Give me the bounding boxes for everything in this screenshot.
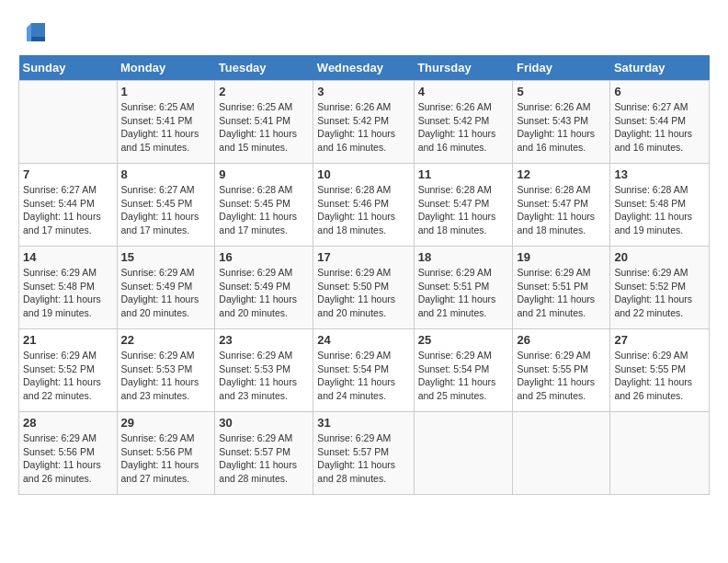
calendar-cell: 5Sunrise: 6:26 AM Sunset: 5:43 PM Daylig… bbox=[513, 81, 610, 164]
calendar-cell: 23Sunrise: 6:29 AM Sunset: 5:53 PM Dayli… bbox=[215, 329, 313, 412]
day-info: Sunrise: 6:28 AM Sunset: 5:47 PM Dayligh… bbox=[418, 183, 509, 237]
calendar-cell: 26Sunrise: 6:29 AM Sunset: 5:55 PM Dayli… bbox=[513, 329, 610, 412]
day-info: Sunrise: 6:26 AM Sunset: 5:43 PM Dayligh… bbox=[517, 100, 606, 155]
header-sunday: Sunday bbox=[19, 55, 118, 81]
day-info: Sunrise: 6:29 AM Sunset: 5:51 PM Dayligh… bbox=[418, 266, 509, 320]
day-number: 3 bbox=[317, 85, 409, 98]
logo-icon bbox=[22, 18, 50, 46]
day-number: 26 bbox=[517, 333, 606, 347]
header-saturday: Saturday bbox=[610, 55, 710, 81]
day-info: Sunrise: 6:27 AM Sunset: 5:44 PM Dayligh… bbox=[23, 183, 113, 237]
day-info: Sunrise: 6:29 AM Sunset: 5:52 PM Dayligh… bbox=[23, 349, 113, 403]
calendar-cell: 15Sunrise: 6:29 AM Sunset: 5:49 PM Dayli… bbox=[117, 247, 215, 329]
page-header bbox=[18, 18, 710, 46]
calendar-cell: 30Sunrise: 6:29 AM Sunset: 5:57 PM Dayli… bbox=[215, 412, 313, 495]
day-number: 5 bbox=[517, 85, 606, 98]
day-info: Sunrise: 6:29 AM Sunset: 5:51 PM Dayligh… bbox=[517, 266, 606, 320]
calendar-cell: 1Sunrise: 6:25 AM Sunset: 5:41 PM Daylig… bbox=[117, 81, 215, 164]
day-info: Sunrise: 6:26 AM Sunset: 5:42 PM Dayligh… bbox=[418, 100, 509, 155]
calendar-cell: 18Sunrise: 6:29 AM Sunset: 5:51 PM Dayli… bbox=[414, 247, 513, 329]
header-tuesday: Tuesday bbox=[215, 55, 313, 81]
calendar-cell: 21Sunrise: 6:29 AM Sunset: 5:52 PM Dayli… bbox=[19, 329, 118, 412]
day-info: Sunrise: 6:29 AM Sunset: 5:49 PM Dayligh… bbox=[219, 266, 309, 320]
day-info: Sunrise: 6:28 AM Sunset: 5:45 PM Dayligh… bbox=[219, 183, 309, 237]
calendar-cell: 14Sunrise: 6:29 AM Sunset: 5:48 PM Dayli… bbox=[19, 247, 118, 329]
calendar-cell bbox=[513, 412, 610, 495]
day-number: 20 bbox=[614, 250, 705, 264]
day-number: 22 bbox=[121, 333, 211, 347]
week-row-0: 1Sunrise: 6:25 AM Sunset: 5:41 PM Daylig… bbox=[19, 81, 710, 164]
day-number: 14 bbox=[23, 250, 113, 264]
day-info: Sunrise: 6:28 AM Sunset: 5:47 PM Dayligh… bbox=[517, 183, 606, 237]
day-info: Sunrise: 6:25 AM Sunset: 5:41 PM Dayligh… bbox=[121, 100, 211, 155]
day-number: 23 bbox=[219, 333, 309, 347]
day-info: Sunrise: 6:29 AM Sunset: 5:53 PM Dayligh… bbox=[219, 349, 309, 403]
calendar-cell: 7Sunrise: 6:27 AM Sunset: 5:44 PM Daylig… bbox=[19, 164, 118, 247]
calendar-cell bbox=[610, 412, 710, 495]
day-info: Sunrise: 6:29 AM Sunset: 5:56 PM Dayligh… bbox=[23, 431, 113, 486]
day-number: 29 bbox=[121, 416, 211, 430]
day-number: 2 bbox=[219, 85, 309, 98]
day-number: 1 bbox=[121, 85, 211, 98]
day-number: 6 bbox=[614, 85, 705, 98]
day-number: 15 bbox=[121, 250, 211, 264]
day-info: Sunrise: 6:29 AM Sunset: 5:57 PM Dayligh… bbox=[317, 431, 409, 486]
day-info: Sunrise: 6:25 AM Sunset: 5:41 PM Dayligh… bbox=[219, 100, 309, 155]
day-info: Sunrise: 6:27 AM Sunset: 5:44 PM Dayligh… bbox=[614, 100, 705, 155]
day-number: 4 bbox=[418, 85, 509, 98]
day-info: Sunrise: 6:29 AM Sunset: 5:57 PM Dayligh… bbox=[219, 431, 309, 486]
day-number: 17 bbox=[317, 250, 409, 264]
calendar-cell: 8Sunrise: 6:27 AM Sunset: 5:45 PM Daylig… bbox=[117, 164, 215, 247]
calendar-cell: 27Sunrise: 6:29 AM Sunset: 5:55 PM Dayli… bbox=[610, 329, 710, 412]
calendar-cell: 2Sunrise: 6:25 AM Sunset: 5:41 PM Daylig… bbox=[215, 81, 313, 164]
week-row-3: 21Sunrise: 6:29 AM Sunset: 5:52 PM Dayli… bbox=[19, 329, 710, 412]
svg-marker-0 bbox=[31, 23, 45, 37]
calendar-cell: 10Sunrise: 6:28 AM Sunset: 5:46 PM Dayli… bbox=[313, 164, 414, 247]
calendar-cell: 29Sunrise: 6:29 AM Sunset: 5:56 PM Dayli… bbox=[117, 412, 215, 495]
day-info: Sunrise: 6:29 AM Sunset: 5:49 PM Dayligh… bbox=[121, 266, 211, 320]
day-number: 24 bbox=[317, 333, 409, 347]
calendar-cell bbox=[414, 412, 513, 495]
calendar-cell: 22Sunrise: 6:29 AM Sunset: 5:53 PM Dayli… bbox=[117, 329, 215, 412]
header-friday: Friday bbox=[513, 55, 610, 81]
calendar-cell: 17Sunrise: 6:29 AM Sunset: 5:50 PM Dayli… bbox=[313, 247, 414, 329]
calendar-table: SundayMondayTuesdayWednesdayThursdayFrid… bbox=[18, 55, 710, 495]
header-thursday: Thursday bbox=[414, 55, 513, 81]
day-info: Sunrise: 6:26 AM Sunset: 5:42 PM Dayligh… bbox=[317, 100, 409, 155]
day-number: 19 bbox=[517, 250, 606, 264]
calendar-cell: 24Sunrise: 6:29 AM Sunset: 5:54 PM Dayli… bbox=[313, 329, 414, 412]
day-number: 21 bbox=[23, 333, 113, 347]
day-info: Sunrise: 6:27 AM Sunset: 5:45 PM Dayligh… bbox=[121, 183, 211, 237]
day-info: Sunrise: 6:29 AM Sunset: 5:55 PM Dayligh… bbox=[517, 349, 606, 403]
day-number: 8 bbox=[121, 167, 211, 181]
calendar-cell: 4Sunrise: 6:26 AM Sunset: 5:42 PM Daylig… bbox=[414, 81, 513, 164]
calendar-cell: 25Sunrise: 6:29 AM Sunset: 5:54 PM Dayli… bbox=[414, 329, 513, 412]
day-number: 13 bbox=[614, 167, 705, 181]
day-number: 12 bbox=[517, 167, 606, 181]
svg-marker-2 bbox=[27, 23, 31, 41]
day-info: Sunrise: 6:29 AM Sunset: 5:53 PM Dayligh… bbox=[121, 349, 211, 403]
header-monday: Monday bbox=[117, 55, 215, 81]
calendar-cell: 9Sunrise: 6:28 AM Sunset: 5:45 PM Daylig… bbox=[215, 164, 313, 247]
header-row: SundayMondayTuesdayWednesdayThursdayFrid… bbox=[19, 55, 710, 81]
week-row-1: 7Sunrise: 6:27 AM Sunset: 5:44 PM Daylig… bbox=[19, 164, 710, 247]
calendar-cell: 12Sunrise: 6:28 AM Sunset: 5:47 PM Dayli… bbox=[513, 164, 610, 247]
day-number: 28 bbox=[23, 416, 113, 430]
week-row-2: 14Sunrise: 6:29 AM Sunset: 5:48 PM Dayli… bbox=[19, 247, 710, 329]
day-info: Sunrise: 6:29 AM Sunset: 5:48 PM Dayligh… bbox=[23, 266, 113, 320]
day-info: Sunrise: 6:29 AM Sunset: 5:54 PM Dayligh… bbox=[418, 349, 509, 403]
calendar-cell: 3Sunrise: 6:26 AM Sunset: 5:42 PM Daylig… bbox=[313, 81, 414, 164]
logo bbox=[18, 18, 50, 46]
week-row-4: 28Sunrise: 6:29 AM Sunset: 5:56 PM Dayli… bbox=[19, 412, 710, 495]
calendar-cell: 13Sunrise: 6:28 AM Sunset: 5:48 PM Dayli… bbox=[610, 164, 710, 247]
calendar-cell bbox=[19, 81, 118, 164]
calendar-cell: 16Sunrise: 6:29 AM Sunset: 5:49 PM Dayli… bbox=[215, 247, 313, 329]
day-info: Sunrise: 6:29 AM Sunset: 5:56 PM Dayligh… bbox=[121, 431, 211, 486]
day-number: 30 bbox=[219, 416, 309, 430]
svg-marker-1 bbox=[31, 37, 45, 41]
day-number: 7 bbox=[23, 167, 113, 181]
day-number: 9 bbox=[219, 167, 309, 181]
calendar-cell: 6Sunrise: 6:27 AM Sunset: 5:44 PM Daylig… bbox=[610, 81, 710, 164]
day-info: Sunrise: 6:29 AM Sunset: 5:50 PM Dayligh… bbox=[317, 266, 409, 320]
calendar-cell: 11Sunrise: 6:28 AM Sunset: 5:47 PM Dayli… bbox=[414, 164, 513, 247]
